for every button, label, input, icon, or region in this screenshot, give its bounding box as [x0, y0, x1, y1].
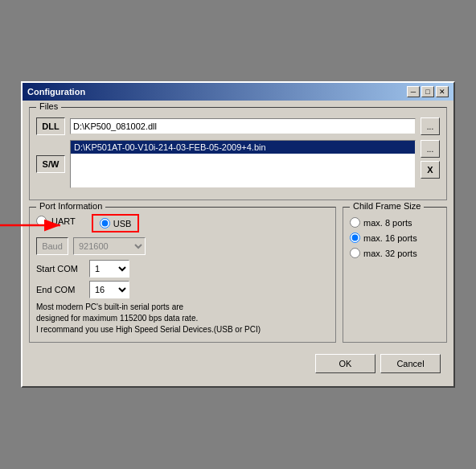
window-title: Configuration	[27, 87, 85, 97]
dll-row: DLL ...	[36, 117, 440, 135]
window-controls: ─ □ ✕	[407, 86, 449, 97]
baud-label: Baud	[36, 237, 68, 255]
start-com-select[interactable]: 1	[89, 260, 129, 278]
child-frame-group-label: Child Frame Size	[350, 201, 424, 211]
max16-radio-item: max. 16 ports	[350, 232, 440, 243]
sw-label: S/W	[36, 155, 65, 173]
port-group: Port Information UART	[29, 207, 336, 343]
child-frame-group: Child Frame Size max. 8 ports max. 16 po…	[343, 207, 447, 343]
baud-select[interactable]: 921600	[73, 237, 146, 255]
bottom-bar: OK Cancel	[29, 349, 447, 380]
sw-browse-button[interactable]: ...	[421, 140, 440, 158]
ok-button[interactable]: OK	[315, 354, 375, 373]
bottom-section: Port Information UART	[29, 207, 447, 349]
start-com-label: Start COM	[36, 264, 84, 274]
usb-section: USB	[92, 214, 140, 232]
title-bar: Configuration ─ □ ✕	[23, 83, 453, 101]
sw-list[interactable]: D:\KP501AT-00-V10i-214-03-FEB-05-2009+4.…	[70, 140, 416, 188]
files-group: Files DLL ... S/W D:\KP501AT-00-V10i-214…	[29, 107, 447, 200]
max8-radio-item: max. 8 ports	[350, 217, 440, 228]
end-com-row: End COM 16	[36, 281, 329, 298]
minimize-button[interactable]: ─	[407, 86, 420, 97]
close-button[interactable]: ✕	[436, 86, 449, 97]
sw-area: D:\KP501AT-00-V10i-214-03-FEB-05-2009+4.…	[70, 140, 440, 188]
end-com-select[interactable]: 16	[89, 281, 129, 298]
max8-label: max. 8 ports	[363, 218, 412, 228]
files-group-label: Files	[36, 101, 61, 111]
info-text: Most modern PC's built-in serial ports a…	[36, 302, 329, 335]
max32-label: max. 32 ports	[363, 249, 417, 258]
sw-list-item[interactable]: D:\KP501AT-00-V10i-214-03-FEB-05-2009+4.…	[71, 141, 415, 154]
end-com-label: End COM	[36, 285, 84, 294]
usb-radio[interactable]	[100, 218, 110, 228]
sw-remove-button[interactable]: X	[421, 161, 440, 179]
info-line3: I recommand you use High Speed Serial De…	[36, 324, 329, 335]
uart-label: UART	[51, 216, 76, 226]
window-body: Files DLL ... S/W D:\KP501AT-00-V10i-214…	[23, 101, 453, 386]
sw-row: S/W D:\KP501AT-00-V10i-214-03-FEB-05-200…	[36, 140, 440, 188]
baud-row: Baud 921600	[36, 237, 329, 255]
files-content: DLL ... S/W D:\KP501AT-00-V10i-214-03-FE…	[36, 114, 440, 188]
max32-radio[interactable]	[350, 248, 360, 258]
dll-browse-button[interactable]: ...	[421, 117, 440, 135]
info-line2: designed for maximum 115200 bps data rat…	[36, 313, 329, 324]
max8-radio[interactable]	[350, 217, 360, 228]
port-group-label: Port Information	[36, 201, 105, 211]
info-line1: Most modern PC's built-in serial ports a…	[36, 302, 329, 313]
usb-label: USB	[113, 219, 132, 228]
cancel-button[interactable]: Cancel	[380, 354, 441, 373]
max32-radio-item: max. 32 ports	[350, 248, 440, 258]
port-row-top: UART	[36, 214, 329, 232]
max16-label: max. 16 ports	[363, 233, 417, 243]
maximize-button[interactable]: □	[421, 86, 434, 97]
usb-radio-box: USB	[92, 214, 140, 232]
uart-radio[interactable]	[36, 216, 47, 226]
dll-input[interactable]	[70, 118, 416, 134]
max16-radio[interactable]	[350, 232, 360, 243]
start-com-row: Start COM 1	[36, 260, 329, 278]
uart-radio-row: UART	[36, 216, 76, 226]
configuration-dialog: Configuration ─ □ ✕ Files DLL ... S/W	[21, 81, 455, 388]
child-frame-options: max. 8 ports max. 16 ports max. 32 ports	[350, 214, 440, 258]
dll-label: DLL	[36, 117, 65, 135]
sw-buttons: ... X	[421, 140, 440, 179]
